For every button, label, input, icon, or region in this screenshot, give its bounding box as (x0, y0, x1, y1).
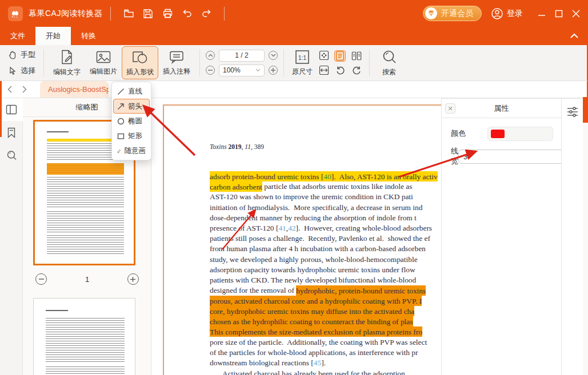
hand-icon (8, 50, 17, 59)
rectangle-icon (117, 132, 125, 140)
minus-icon (39, 279, 44, 280)
left-icon-rail (0, 98, 23, 375)
vertical-scrollbar[interactable] (583, 98, 588, 375)
rotate-left-button[interactable] (334, 64, 346, 76)
document-tab[interactable]: Auslogics-BoostSp (40, 81, 109, 98)
toolbar-separator (369, 49, 370, 76)
page-thumbnail-2[interactable] (33, 298, 135, 375)
hand-tool-button[interactable]: 手型 (5, 49, 39, 61)
undo-button[interactable] (178, 5, 195, 22)
rotate-right-button[interactable] (351, 64, 362, 76)
bookmark-panel-toggle[interactable] (0, 121, 23, 144)
zoom-in-thumbnails-button[interactable] (127, 273, 139, 285)
minus-icon (208, 70, 213, 71)
previous-page-button[interactable] (206, 51, 215, 60)
line-width-input[interactable] (458, 150, 569, 164)
close-properties-button[interactable]: ✕ (445, 103, 455, 114)
title-bar: 幕果CAJ阅读转换器 开通会员 登录 (0, 0, 588, 27)
color-picker-field[interactable] (487, 127, 553, 141)
login-button[interactable]: 登录 (491, 7, 523, 20)
menu-item-freehand[interactable]: 随意画 (113, 143, 150, 158)
thumbnail-pager: 1 (23, 273, 151, 285)
zoom-level-dropdown[interactable]: 100% (219, 64, 265, 76)
print-button[interactable] (159, 5, 176, 22)
select-tool-button[interactable]: 选择 (5, 64, 39, 77)
arrow-icon (117, 103, 125, 110)
rotate-right-icon (352, 65, 362, 75)
menu-item-ellipse[interactable]: 椭圆 (113, 114, 150, 128)
single-page-layout-button[interactable] (334, 50, 346, 62)
plus-icon (271, 68, 275, 72)
vip-upgrade-button[interactable]: 开通会员 (423, 6, 482, 21)
collapse-ribbon-button[interactable] (570, 27, 579, 45)
chevron-down-icon (271, 54, 276, 57)
next-page-button[interactable] (269, 51, 278, 60)
edit-text-icon (59, 49, 74, 65)
menu-item-arrow[interactable]: 箭头 (113, 99, 150, 114)
edit-text-label: 编辑文字 (53, 67, 81, 77)
insert-shape-button[interactable]: 插入形状 (122, 46, 158, 79)
color-label: 颜色 (451, 128, 487, 139)
insert-shape-menu: 直线 箭头 椭圆 矩形 随意画 (111, 82, 151, 160)
actual-size-button[interactable]: 1:1 原尺寸 (289, 46, 316, 79)
properties-panel-title: 属性 (494, 103, 509, 114)
redo-button[interactable] (198, 5, 215, 22)
scrollbar-thumb[interactable] (583, 97, 588, 123)
cursor-icon (8, 66, 17, 75)
document-text-line: patients still poses a challenge. Recent… (210, 233, 438, 244)
document-text-line: pore size of the particle. Additionally,… (210, 337, 438, 348)
bookmark-icon (7, 127, 16, 138)
search-panel-toggle[interactable] (0, 144, 23, 167)
two-page-layout-button[interactable] (351, 50, 362, 62)
edit-image-icon (95, 50, 111, 64)
search-button[interactable]: 搜索 (374, 46, 404, 79)
ribbon-tab-row: 文件 开始 转换 (0, 27, 588, 45)
document-body: adsorb protein-bound uremic toxins [40].… (210, 171, 438, 375)
insert-shape-label: 插入形状 (126, 67, 154, 77)
actual-size-label: 原尺寸 (292, 67, 313, 76)
document-text-line: downstream biological reactions [45]. (210, 358, 438, 368)
toolbar-separator (283, 49, 284, 76)
insert-comment-button[interactable]: 插入注释 (158, 46, 195, 79)
pdf-page: Toxins 2019, 11, 389 adsorb protein-boun… (163, 104, 441, 375)
toolbar: 手型 选择 编辑文字 编辑图片 插入形状 插入注释 (0, 45, 588, 81)
save-button[interactable] (139, 5, 157, 22)
document-text-line: This complements the size-mediated exclu… (210, 327, 438, 337)
panel-settings-button[interactable] (566, 106, 579, 120)
tab-scroll-right-button[interactable] (19, 84, 30, 95)
tab-file[interactable]: 文件 (0, 27, 35, 45)
edit-image-button[interactable]: 编辑图片 (85, 46, 122, 79)
zoom-out-button[interactable] (206, 66, 215, 75)
menu-item-line[interactable]: 直线 (113, 84, 150, 99)
edit-image-label: 编辑图片 (90, 67, 117, 76)
fit-page-button[interactable] (318, 50, 330, 61)
left-scroll-indicator[interactable] (0, 81, 2, 137)
close-button[interactable] (567, 5, 585, 22)
document-text-line: AST-120 was shown to improve the uremic … (210, 192, 438, 202)
document-text-line: of the particles for whole-blood applica… (210, 348, 438, 358)
document-text-line: chosen as the hydrophilic coating to cou… (210, 317, 438, 327)
titlebar-separator (110, 7, 111, 21)
open-file-button[interactable] (120, 5, 137, 22)
tab-scroll-left-button[interactable] (5, 84, 15, 95)
zoom-in-button[interactable] (269, 66, 278, 75)
thumbnail-panel-toggle[interactable] (0, 98, 23, 121)
chevron-up-icon (208, 54, 213, 57)
document-viewport[interactable]: Toxins 2019, 11, 389 adsorb protein-boun… (152, 98, 441, 375)
document-text-line: from human plasma after 4 h incubation w… (210, 244, 438, 254)
ellipse-icon (117, 118, 125, 125)
edit-text-button[interactable]: 编辑文字 (49, 46, 85, 79)
document-text-line: porous, activated charcoal core and a hy… (210, 296, 438, 306)
maximize-button[interactable] (550, 5, 567, 22)
tab-home[interactable]: 开始 (35, 27, 71, 45)
zoom-out-thumbnails-button[interactable] (35, 273, 47, 285)
one-to-one-icon: 1:1 (295, 50, 310, 64)
tab-convert[interactable]: 转换 (71, 27, 106, 45)
fit-width-button[interactable] (318, 64, 330, 76)
minimize-button[interactable] (533, 5, 550, 22)
sliders-icon (566, 106, 579, 118)
page-indicator[interactable]: 1 / 2 (219, 50, 265, 62)
fit-page-icon (319, 50, 329, 61)
menu-item-rectangle[interactable]: 矩形 (113, 128, 150, 143)
chevron-down-icon (255, 68, 261, 72)
